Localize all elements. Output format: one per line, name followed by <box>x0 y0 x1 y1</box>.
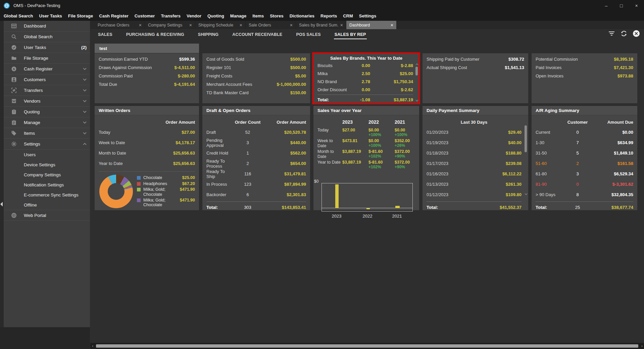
bar-2022 <box>366 208 370 209</box>
clipboard-question-icon: ? <box>10 109 17 115</box>
tab-close-icon[interactable]: × <box>187 22 192 28</box>
menu-item[interactable]: Manage <box>227 13 249 18</box>
close-dashboard-icon[interactable] <box>632 30 640 38</box>
stat-row: TD Bank Master Card $150.00 <box>206 89 306 97</box>
document-tab[interactable]: Dashboard × <box>346 21 397 29</box>
dashboard-subtab[interactable]: PURCHASING & RECEIVING <box>126 30 185 39</box>
payment-row: 01/12/2023 $109.80 <box>427 189 522 200</box>
scroll-left-icon[interactable]: ‹ <box>92 343 93 348</box>
sidebar-item-transfers[interactable]: Transfers <box>4 85 90 96</box>
yoy-row: Month to Date $3,887.19 $-81.60+102% $37… <box>317 149 415 159</box>
menu-item[interactable]: CRM <box>340 13 356 18</box>
menu-item[interactable]: Stores <box>267 13 286 18</box>
menu-item[interactable]: Quoting <box>204 13 227 18</box>
refresh-icon[interactable] <box>620 30 628 38</box>
menu-item[interactable]: Vendor <box>184 13 204 18</box>
menu-item[interactable]: Customer <box>132 13 158 18</box>
sidebar-subitem[interactable]: Users <box>4 150 90 160</box>
payment-row: 01/18/2023 $188.80 <box>427 148 522 158</box>
menu-item[interactable]: Dictionaries <box>287 13 317 18</box>
dashboard-subtab[interactable]: POS SALES <box>295 30 321 39</box>
document-tab[interactable]: Sale Orders × <box>246 21 296 29</box>
app-logo-icon <box>4 3 10 9</box>
commission-summary-panel: Potential Commission $8,395.18 Paid Invo… <box>532 53 637 103</box>
dashboard-subtab[interactable]: SHIPPING <box>197 30 219 39</box>
tab-close-icon[interactable]: × <box>238 22 242 28</box>
sidebar-subitem[interactable]: Notification Settings <box>4 180 90 190</box>
tab-close-icon[interactable]: × <box>389 22 393 28</box>
view-actions <box>607 30 640 38</box>
sidebar-item-file-storage[interactable]: File Storage <box>4 53 90 64</box>
sidebar-subitem[interactable]: Offline <box>4 200 90 210</box>
brand-row: NO Brand 2.78 $1,750.34 <box>317 77 413 85</box>
sidebar-item-user-tasks[interactable]: User Tasks (2) <box>4 42 90 53</box>
tab-close-icon[interactable]: × <box>338 22 343 28</box>
horizontal-scrollbar[interactable]: ‹ › <box>90 343 644 349</box>
sidebar-item-label: Quoting <box>24 109 40 114</box>
sidebar-item-vendors[interactable]: Vendors <box>4 96 90 107</box>
maximize-button[interactable]: □ <box>614 0 629 11</box>
collapse-sidebar-icon[interactable] <box>0 202 3 207</box>
stat-row: Cost of Goods Sold $500.00 <box>206 55 306 63</box>
document-tab[interactable]: Sales by Brand Sum... × <box>296 21 346 29</box>
commission-panel: Commission Earned YTD $599.36 Draws Agai… <box>95 53 199 103</box>
yoy-bar-chart <box>321 183 413 212</box>
tab-label: Purchase Orders <box>98 23 137 27</box>
brands-scrollbar[interactable] <box>415 63 419 102</box>
sidebar-subitem[interactable]: E-commerce Sync Settings <box>4 190 90 200</box>
sidebar-item-cash-register[interactable]: $ Cash Register <box>4 64 90 74</box>
legend-item: Chocolate $25.00 <box>137 175 195 180</box>
aging-row: Current 0 $0.00 <box>536 127 633 137</box>
document-tab[interactable]: Purchase Orders × <box>95 21 145 29</box>
tab-close-icon[interactable]: × <box>288 22 293 28</box>
tab-close-icon[interactable]: × <box>137 22 142 28</box>
brand-donut <box>99 175 133 208</box>
sidebar-item-label: User Tasks <box>24 45 46 50</box>
payment-row: 01/16/2023 $6,112.22 <box>427 169 522 179</box>
svg-text:$: $ <box>13 67 15 71</box>
axis-zero-label: $0 <box>314 179 318 184</box>
sidebar-item-label: Manage <box>24 120 40 125</box>
scroll-right-icon[interactable]: › <box>641 343 643 348</box>
menu-item[interactable]: Cash Register <box>96 13 131 18</box>
stat-row: Shipping Paid by Customer $308.72 <box>427 55 524 63</box>
column-header: Customer <box>565 120 590 125</box>
sidebar-item-web-portal[interactable]: Web Portal <box>4 210 90 221</box>
stat-row: Draws Against Commission $-4,511.00 <box>99 63 195 72</box>
menu-item[interactable]: Reports <box>317 13 340 18</box>
minimize-button[interactable]: – <box>599 0 614 11</box>
sidebar-item-quoting[interactable]: ? Quoting <box>4 107 90 117</box>
menu-item[interactable]: Settings <box>356 13 379 18</box>
document-tab[interactable]: Shipping Schedule × <box>195 21 246 29</box>
sidebar-item-customers[interactable]: Customers <box>4 74 90 85</box>
menu-item[interactable]: File Storage <box>65 13 96 18</box>
menu-item[interactable]: User Tasks <box>36 13 65 18</box>
close-button[interactable]: × <box>629 0 644 11</box>
sidebar-subitem[interactable]: Device Settings <box>4 160 90 170</box>
order-status-row: Backorder 6 $2,301.83 <box>206 189 306 200</box>
sidebar-item-settings[interactable]: Settings <box>4 139 90 150</box>
payments-scrollbar[interactable] <box>524 117 528 208</box>
rep-panel-header[interactable]: test <box>95 44 199 53</box>
sidebar-item-label: Vendors <box>24 99 41 104</box>
dashboard-subtab[interactable]: ACCOUNT RECEIVABLE <box>232 30 283 39</box>
menu-item[interactable]: Transfers <box>158 13 184 18</box>
sidebar-item-items[interactable]: Items <box>4 128 90 139</box>
brand-total-row: Total: -1.08 $3,887.19 <box>313 96 419 104</box>
menu-item[interactable]: Items <box>249 13 267 18</box>
stat-row: Potential Commission $8,395.18 <box>536 55 633 63</box>
shipping-panel: Shipping Paid by Customer $308.72 Actual… <box>423 53 528 103</box>
dashboard-subtab[interactable]: SALES <box>97 30 113 39</box>
stat-row: Year to Date $25,656.63 <box>99 158 195 169</box>
sidebar-item-dashboard[interactable]: Dashboard <box>4 21 90 32</box>
scrollbar-thumb[interactable] <box>96 344 638 348</box>
filter-icon[interactable] <box>607 30 615 38</box>
dashboard-subtab[interactable]: SALES BY REP <box>334 30 367 39</box>
menu-item[interactable]: Global Search <box>1 13 36 18</box>
legend-swatch <box>137 176 141 180</box>
sidebar-item-global-search[interactable]: Global Search <box>4 32 90 42</box>
panel-title: Draft & Open Orders <box>202 106 310 115</box>
sidebar-item-manage[interactable]: Manage <box>4 117 90 128</box>
document-tab[interactable]: Company Settings × <box>145 21 195 29</box>
sidebar-subitem[interactable]: Company Settings <box>4 170 90 180</box>
